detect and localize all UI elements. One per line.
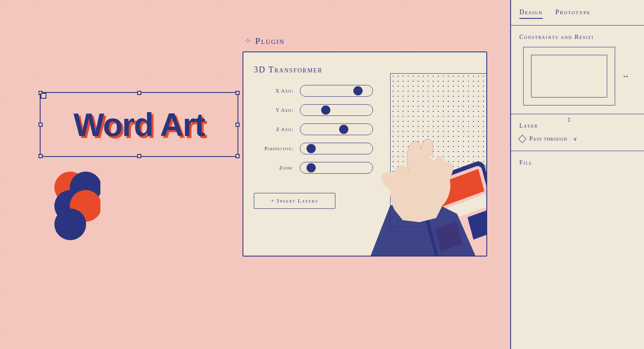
wordart-selection-box: Word Art <box>40 92 238 157</box>
y-axis-thumb[interactable] <box>321 105 330 115</box>
svg-point-4 <box>54 208 86 240</box>
constraints-box: ↔ ↕ <box>523 47 615 105</box>
arrow-horizontal-icon: ↔ <box>622 72 629 81</box>
x-axis-thumb[interactable] <box>353 86 363 95</box>
plugin-dots-icon: ⁘ <box>245 36 251 46</box>
tab-design[interactable]: Design <box>519 8 543 19</box>
layer-row: Pass through ∨ <box>519 136 636 142</box>
layer-title: Layer <box>519 123 636 129</box>
insert-layers-button[interactable]: + Insert Layers <box>254 193 335 209</box>
plugin-header-title: Plugin <box>255 36 285 46</box>
plugin-header: ⁘ Plugin <box>243 36 487 46</box>
hand-illustration <box>340 122 487 257</box>
zoom-thumb[interactable] <box>307 163 316 172</box>
chevron-down-icon[interactable]: ∨ <box>573 136 577 142</box>
perspective-label: Perspective: <box>254 146 294 152</box>
fill-section: Fill <box>511 151 644 174</box>
handle-top-left[interactable] <box>38 91 43 95</box>
y-axis-slider[interactable] <box>300 104 373 116</box>
y-axis-label: Y Axis: <box>254 107 294 113</box>
handle-bottom-mid[interactable] <box>137 154 141 158</box>
plugin-panel-wrapper: ⁘ Plugin 3D Transformer X Axis: Y Axis: … <box>243 36 487 270</box>
wordart-text: Word Art <box>74 105 204 144</box>
tab-prototype[interactable]: Prototype <box>555 8 590 19</box>
plugin-panel: 3D Transformer X Axis: Y Axis: Z Axis: P… <box>243 51 487 257</box>
x-axis-label: X Axis: <box>254 88 294 94</box>
handle-top-right[interactable] <box>235 91 240 95</box>
perspective-thumb[interactable] <box>307 144 316 153</box>
fill-title: Fill <box>519 159 636 166</box>
figma-logo <box>54 172 100 239</box>
constraints-section: Constraints and Resizi ↔ ↕ <box>511 26 644 114</box>
handle-bottom-right[interactable] <box>235 154 240 158</box>
z-axis-label: Z Axis: <box>254 126 294 133</box>
constraints-title: Constraints and Resizi <box>519 34 636 41</box>
layer-mode-value[interactable]: Pass through <box>529 136 567 142</box>
right-panel-tabs: Design Prototype <box>511 0 644 26</box>
arrow-vertical-icon: ↕ <box>567 115 571 124</box>
handle-mid-right[interactable] <box>235 123 240 127</box>
right-panel: Design Prototype Constraints and Resizi … <box>510 0 644 349</box>
handle-bottom-left[interactable] <box>38 154 43 158</box>
zoom-label: Zoom: <box>254 165 294 171</box>
handle-top-mid[interactable] <box>137 91 141 95</box>
handle-mid-left[interactable] <box>38 123 43 127</box>
left-section: Word Art <box>0 0 238 349</box>
layer-section: Layer Pass through ∨ <box>511 114 644 151</box>
constraints-inner <box>531 55 607 98</box>
diamond-icon <box>518 135 526 143</box>
x-axis-slider[interactable] <box>300 85 373 97</box>
